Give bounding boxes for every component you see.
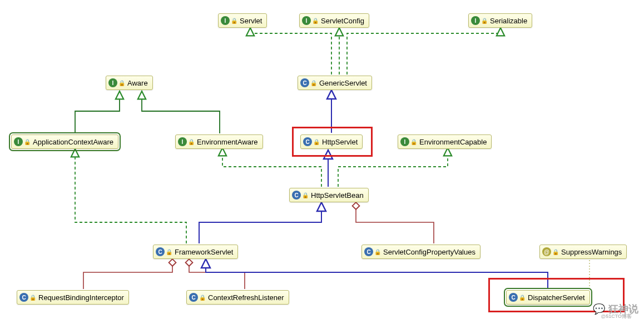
class-icon: C	[189, 293, 198, 302]
node-httpservletbean[interactable]: C 🔒 HttpServletBean	[289, 188, 369, 202]
class-icon: C	[303, 137, 312, 146]
node-genericservlet[interactable]: C 🔒 GenericServlet	[298, 76, 372, 90]
node-label: EnvironmentAware	[197, 138, 258, 146]
lock-icon: 🔒	[552, 249, 559, 255]
lock-icon: 🔒	[302, 192, 309, 198]
node-label: RequestBindingInterceptor	[38, 293, 124, 302]
node-label: GenericServlet	[319, 79, 367, 87]
node-label: ServletConfigPropertyValues	[383, 248, 475, 256]
lock-icon: 🔒	[312, 18, 319, 24]
lock-icon: 🔒	[313, 139, 320, 145]
node-dispatcherservlet[interactable]: C 🔒 DispatcherServlet	[506, 290, 590, 305]
node-environmentcapable[interactable]: I 🔒 EnvironmentCapable	[398, 134, 492, 149]
lock-icon: 🔒	[410, 139, 417, 145]
node-environmentaware[interactable]: I 🔒 EnvironmentAware	[175, 134, 263, 149]
interface-icon: I	[14, 137, 23, 146]
node-label: HttpServletBean	[311, 191, 364, 200]
private-lock-icon: 🔒	[199, 295, 206, 301]
node-label: Serializable	[490, 17, 527, 25]
class-icon: C	[300, 78, 309, 87]
node-label: HttpServlet	[322, 138, 358, 146]
interface-icon: I	[108, 78, 117, 87]
class-icon: C	[19, 293, 28, 302]
node-aware[interactable]: I 🔒 Aware	[106, 76, 153, 90]
lock-icon: 🔒	[519, 295, 526, 301]
node-label: EnvironmentCapable	[419, 138, 487, 146]
node-applicationcontextaware[interactable]: I 🔒 ApplicationContextAware	[11, 134, 118, 149]
lock-icon: 🔒	[481, 18, 488, 24]
private-lock-icon: 🔒	[374, 249, 381, 255]
interface-icon: I	[471, 16, 480, 25]
lock-icon: 🔒	[231, 18, 237, 24]
node-label: Servlet	[240, 17, 262, 25]
node-suppresswarnings[interactable]: @ 🔒 SuppressWarnings	[539, 245, 627, 259]
node-serializable[interactable]: I 🔒 Serializable	[468, 13, 532, 28]
class-icon: C	[509, 293, 518, 302]
diagram-canvas: I 🔒 Servlet I 🔒 ServletConfig I 🔒 Serial…	[0, 0, 644, 319]
annotation-icon: @	[542, 247, 551, 256]
node-label: ApplicationContextAware	[33, 138, 113, 146]
watermark-sub: @51CTO博客	[601, 313, 632, 319]
node-label: FrameworkServlet	[175, 248, 233, 256]
node-label: ContextRefreshListener	[208, 293, 284, 302]
interface-icon: I	[302, 16, 311, 25]
private-lock-icon: 🔒	[29, 295, 36, 301]
interface-icon: I	[178, 137, 187, 146]
class-icon: C	[292, 191, 301, 200]
interface-icon: I	[400, 137, 409, 146]
node-servlet[interactable]: I 🔒 Servlet	[218, 13, 267, 28]
lock-icon: 🔒	[118, 80, 125, 86]
node-servletconfigpropertyvalues[interactable]: C 🔒 ServletConfigPropertyValues	[361, 245, 480, 259]
node-label: Aware	[127, 79, 148, 87]
node-servletconfig[interactable]: I 🔒 ServletConfig	[299, 13, 369, 28]
class-icon: C	[364, 247, 373, 256]
node-label: ServletConfig	[321, 17, 364, 25]
watermark: 💬 狂神说 @51CTO博客	[593, 302, 638, 316]
node-httpservlet[interactable]: C 🔒 HttpServlet	[300, 134, 363, 149]
interface-icon: I	[221, 16, 230, 25]
lock-icon: 🔒	[24, 139, 31, 145]
node-label: SuppressWarnings	[561, 248, 622, 256]
node-requestbindinginterceptor[interactable]: C 🔒 RequestBindingInterceptor	[17, 290, 129, 305]
edges-layer	[0, 0, 644, 319]
node-label: DispatcherServlet	[528, 293, 585, 302]
class-icon: C	[156, 247, 165, 256]
lock-icon: 🔒	[188, 139, 195, 145]
node-contextrefreshlistener[interactable]: C 🔒 ContextRefreshListener	[186, 290, 289, 305]
lock-icon: 🔒	[166, 249, 172, 255]
node-frameworkservlet[interactable]: C 🔒 FrameworkServlet	[153, 245, 238, 259]
lock-icon: 🔒	[310, 80, 317, 86]
